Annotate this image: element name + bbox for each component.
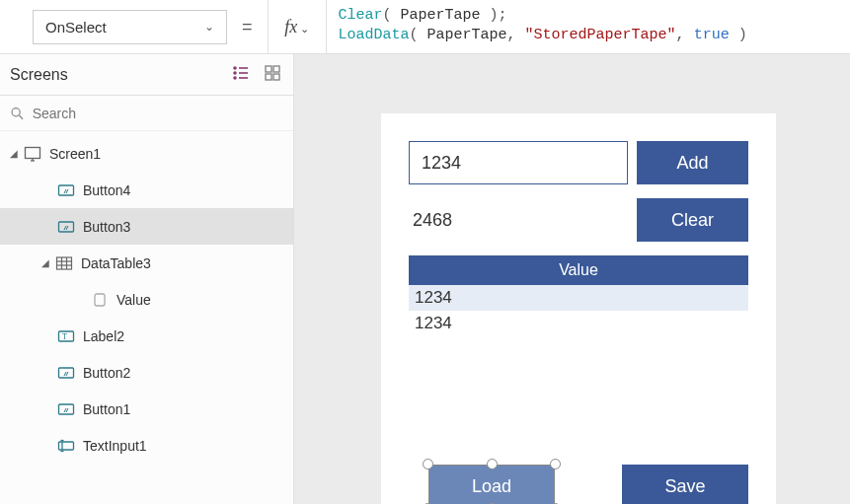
formula-bar: OnSelect ⌄ = fx ⌄ Clear( PaperTape ); Lo…: [0, 0, 850, 54]
tree-item-label2[interactable]: T Label2: [0, 318, 293, 354]
fx-label: fx ⌄: [284, 17, 309, 37]
button-icon: [57, 364, 75, 382]
fx-button[interactable]: fx ⌄: [268, 0, 327, 54]
button-icon: [57, 400, 75, 418]
property-selector[interactable]: OnSelect ⌄: [33, 10, 227, 44]
tree-item-label: TextInput1: [83, 438, 147, 454]
property-selector-value: OnSelect: [45, 19, 107, 36]
svg-rect-22: [95, 294, 105, 306]
load-button[interactable]: Load: [428, 465, 555, 504]
svg-line-11: [19, 115, 23, 119]
svg-point-3: [234, 67, 236, 69]
save-button[interactable]: Save: [622, 465, 748, 504]
button-icon: [57, 218, 75, 236]
tree-item-label: Button2: [83, 365, 130, 381]
svg-rect-7: [273, 66, 279, 72]
grid-view-icon[interactable]: [264, 64, 281, 85]
svg-point-4: [234, 72, 236, 74]
sum-label: 2468: [409, 210, 452, 231]
button-icon: [57, 181, 75, 199]
screens-panel-title: Screens: [10, 66, 68, 84]
tree-item-label: Button4: [83, 182, 130, 198]
datatable-icon: [55, 254, 73, 272]
tree-item-button3[interactable]: Button3: [0, 208, 293, 245]
tree-item-label: Label2: [83, 328, 124, 344]
tree-item-label: Screen1: [49, 146, 101, 162]
svg-point-5: [234, 77, 236, 79]
svg-rect-27: [59, 442, 74, 450]
tree-view: ◢ Screen1 Button4 Button3 ◢: [0, 131, 293, 464]
tree-item-screen1[interactable]: ◢ Screen1: [0, 135, 293, 172]
screens-panel: Screens ◢ Screen1: [0, 54, 294, 504]
label-icon: T: [57, 327, 75, 345]
svg-point-10: [12, 108, 20, 115]
table-header: Value: [409, 255, 748, 285]
data-table[interactable]: Value 1234 1234: [409, 255, 748, 336]
resize-handle[interactable]: [423, 459, 433, 469]
svg-rect-12: [26, 147, 40, 158]
selected-control-load[interactable]: Load: [428, 465, 555, 504]
textinput-icon: [57, 437, 75, 455]
tree-item-value-column[interactable]: Value: [0, 281, 293, 318]
screens-panel-header: Screens: [0, 54, 293, 96]
tree-item-button2[interactable]: Button2: [0, 354, 293, 391]
canvas[interactable]: Add 2468 Clear Value 1234 1234 Load: [294, 54, 850, 504]
svg-rect-17: [57, 257, 72, 269]
tree-item-button1[interactable]: Button1: [0, 391, 293, 427]
tree-item-textinput1[interactable]: TextInput1: [0, 427, 293, 464]
screen-icon: [24, 145, 41, 163]
tree-item-label: Button3: [83, 219, 130, 235]
resize-handle[interactable]: [487, 459, 498, 469]
svg-rect-6: [266, 66, 271, 72]
svg-rect-8: [266, 74, 271, 80]
column-icon: [91, 291, 109, 309]
equals-label: =: [242, 17, 253, 37]
clear-button[interactable]: Clear: [637, 198, 748, 242]
svg-rect-9: [273, 74, 279, 80]
svg-text:T: T: [62, 332, 67, 341]
formula-input[interactable]: Clear( PaperTape ); LoadData( PaperTape,…: [327, 0, 850, 54]
search-input[interactable]: [33, 106, 283, 121]
list-view-icon[interactable]: [232, 64, 250, 85]
table-row[interactable]: 1234: [409, 311, 748, 336]
add-button[interactable]: Add: [637, 141, 748, 184]
search-row[interactable]: [0, 96, 293, 131]
app-preview: Add 2468 Clear Value 1234 1234 Load: [381, 113, 776, 504]
table-row[interactable]: 1234: [409, 285, 748, 311]
search-icon: [10, 106, 25, 121]
resize-handle[interactable]: [550, 459, 561, 469]
chevron-down-icon: ⌄: [204, 20, 214, 34]
tree-item-label: Button1: [83, 401, 130, 417]
tree-item-datatable3[interactable]: ◢ DataTable3: [0, 245, 293, 281]
tree-item-label: DataTable3: [81, 255, 151, 271]
number-input[interactable]: [409, 141, 628, 184]
collapse-icon[interactable]: ◢: [8, 148, 20, 160]
tree-item-label: Value: [116, 292, 151, 308]
tree-item-button4[interactable]: Button4: [0, 172, 293, 208]
collapse-icon[interactable]: ◢: [39, 257, 51, 269]
